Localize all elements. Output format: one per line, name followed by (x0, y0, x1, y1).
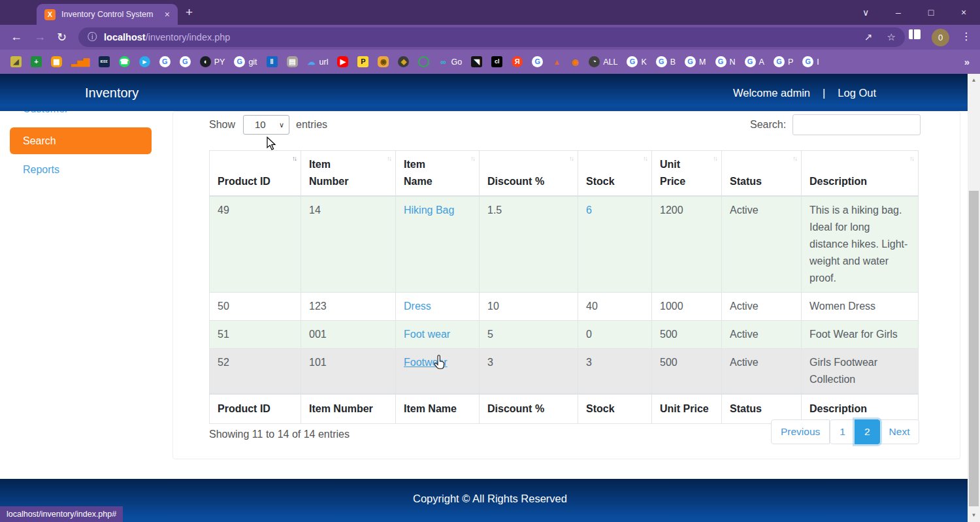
share-icon[interactable]: ↗ (864, 31, 873, 43)
bookmark-analytics[interactable]: ▂▅▇ (71, 56, 90, 67)
bookmark-label: A (759, 57, 764, 67)
bookmark-google-1[interactable]: G (159, 56, 171, 67)
column-header-item-number[interactable]: ↑↓Item Number (301, 151, 396, 197)
item-name-link[interactable]: Dress (404, 301, 431, 312)
bookmark-movie[interactable]: ◉ (378, 56, 389, 67)
table-row: 4914Hiking Bag1.561200ActiveThis is a hi… (210, 196, 919, 293)
showing-entries-info: Showing 11 to 14 of 14 entries (209, 429, 350, 440)
page-button-1[interactable]: 1 (830, 419, 855, 444)
column-header-discount[interactable]: ↑↓Discount % (480, 151, 578, 197)
bookmark-google-a[interactable]: GA (745, 56, 764, 67)
bookmark-google-2[interactable]: G (180, 56, 191, 67)
bookmark-github[interactable]: ◖PY (200, 56, 225, 67)
bookmark-google-n[interactable]: GN (715, 56, 736, 67)
entries-select[interactable]: 10 ∨ (243, 115, 289, 135)
bookmark-google-3[interactable]: G (532, 56, 543, 67)
column-header-item-name[interactable]: ↑↓Item Name (396, 151, 480, 197)
column-header-product-id[interactable]: ↑↓Product ID (210, 151, 301, 197)
bookmark-p-app[interactable]: P (357, 56, 368, 67)
sidebar-item-reports[interactable]: Reports (23, 164, 59, 176)
bookmark-google-b[interactable]: GB (656, 56, 676, 67)
browser-menu-icon[interactable]: ⋮ (961, 30, 972, 42)
browser-tab[interactable]: X Inventory Control System × (37, 4, 178, 25)
bookmark-godaddy[interactable]: ∞Go (438, 56, 462, 67)
new-tab-button[interactable]: + (186, 5, 193, 20)
sidebar-item-customer[interactable]: Customer (23, 111, 68, 115)
cell-discount: 1.5 (480, 196, 578, 293)
profile-avatar[interactable]: 0 (932, 29, 949, 46)
bookmark-film[interactable]: ‖ (267, 56, 278, 67)
column-header-description[interactable]: ↑↓Description (802, 151, 919, 197)
column-header-stock[interactable]: ↑↓Stock (578, 151, 652, 197)
bookmark-google-i[interactable]: GI (802, 56, 819, 67)
bookmark-cloud-url[interactable]: ☁url (307, 56, 329, 67)
sort-icon: ↑↓ (569, 155, 573, 162)
bookmark-eagle[interactable]: ◥ (471, 56, 482, 67)
show-label: Show (209, 119, 235, 131)
bookmark-star-icon[interactable]: ☆ (887, 31, 896, 43)
google-n-icon: G (715, 56, 727, 67)
table-search-input[interactable] (792, 114, 921, 135)
bookmarks-overflow-chevron[interactable]: » (964, 56, 970, 67)
bookmark-youtube[interactable]: ▶ (337, 56, 348, 67)
back-icon[interactable]: ← (10, 30, 22, 44)
item-name-link[interactable]: Foot wear (404, 329, 450, 340)
google-a-icon: G (745, 56, 756, 67)
previous-page-button[interactable]: Previous (771, 419, 830, 444)
cell-description: Foot Wear for Girls (802, 321, 919, 349)
site-info-icon[interactable]: ⓘ (88, 31, 97, 43)
minimize-button[interactable]: – (882, 7, 915, 18)
godaddy-icon: ∞ (438, 56, 448, 67)
bookmark-matlab[interactable]: ▲ (552, 56, 561, 67)
sidebar-item-search[interactable]: Search (10, 127, 152, 154)
scroll-down-icon[interactable]: ▼ (968, 510, 980, 521)
item-name-link[interactable]: Footwear (404, 357, 448, 368)
address-bar[interactable]: ⓘ localhost/inventory/index.php ↗ ☆ (78, 27, 905, 47)
google-git-icon: G (234, 56, 245, 67)
table-row: 50123Dress10401000ActiveWomen Dress (210, 293, 919, 321)
bookmark-eye[interactable]: ◉ (570, 56, 580, 67)
scrollbar-thumb[interactable] (969, 191, 979, 506)
bookmark-orange-app[interactable]: ▦ (51, 56, 62, 67)
table-body: 4914Hiking Bag1.561200ActiveThis is a hi… (210, 196, 919, 394)
cell-item-number: 101 (301, 349, 396, 395)
column-header-unit-price[interactable]: ↑↓Unit Price (652, 151, 722, 197)
scroll-up-icon[interactable]: ▲ (968, 75, 980, 86)
bookmark-cl-app[interactable]: cl (491, 56, 502, 67)
item-name-link[interactable]: Hiking Bag (404, 204, 454, 216)
bookmark-ring[interactable] (418, 56, 429, 67)
page-button-2[interactable]: 2 (855, 419, 880, 444)
copyright-text: Copyright © All Rights Reserved (0, 479, 980, 505)
tab-search-chevron-icon[interactable]: ∨ (849, 7, 882, 18)
bookmark-cart[interactable]: ◆ (398, 56, 409, 67)
bookmark-label: I (817, 57, 819, 67)
reload-icon[interactable]: ↻ (57, 30, 67, 44)
side-panel-icon[interactable] (909, 29, 921, 39)
bookmark-case[interactable]: ▤ (287, 56, 298, 67)
bookmark-google-git[interactable]: Ggit (234, 56, 257, 67)
tab-close-icon[interactable]: × (165, 9, 170, 20)
column-header-status[interactable]: ↑↓Status (722, 151, 802, 197)
bookmark-google-k[interactable]: GK (627, 56, 646, 67)
sort-icon: ↑↓ (387, 155, 391, 162)
close-button[interactable]: × (947, 7, 980, 18)
bookmark-whatsapp[interactable]: ☎ (119, 56, 130, 67)
bookmark-sheets[interactable]: + (31, 56, 42, 67)
bookmark-google-p[interactable]: GP (774, 56, 793, 67)
bookmark-ads[interactable]: ◢ (10, 56, 22, 67)
scrollbar[interactable]: ▲ ▼ (968, 74, 980, 522)
bookmark-telegram[interactable]: ▸ (139, 56, 150, 67)
table-row: 51001Foot wear50500ActiveFoot Wear for G… (210, 321, 919, 349)
cell-unit-price: 500 (652, 349, 722, 395)
bookmark-ieee[interactable]: IEEE (99, 56, 110, 67)
bookmark-yandex[interactable]: Я (512, 56, 523, 67)
forward-icon[interactable]: → (34, 30, 46, 44)
eye-icon: ◉ (570, 56, 580, 67)
sort-icon: ↑↓ (713, 155, 717, 162)
cell-description: Women Dress (802, 293, 919, 321)
bookmark-globe-all[interactable]: ◔ALL (589, 56, 617, 67)
logout-link[interactable]: Log Out (838, 87, 876, 99)
restore-button[interactable]: □ (915, 7, 947, 18)
bookmark-google-m[interactable]: GM (685, 56, 706, 67)
next-page-button[interactable]: Next (879, 419, 920, 444)
